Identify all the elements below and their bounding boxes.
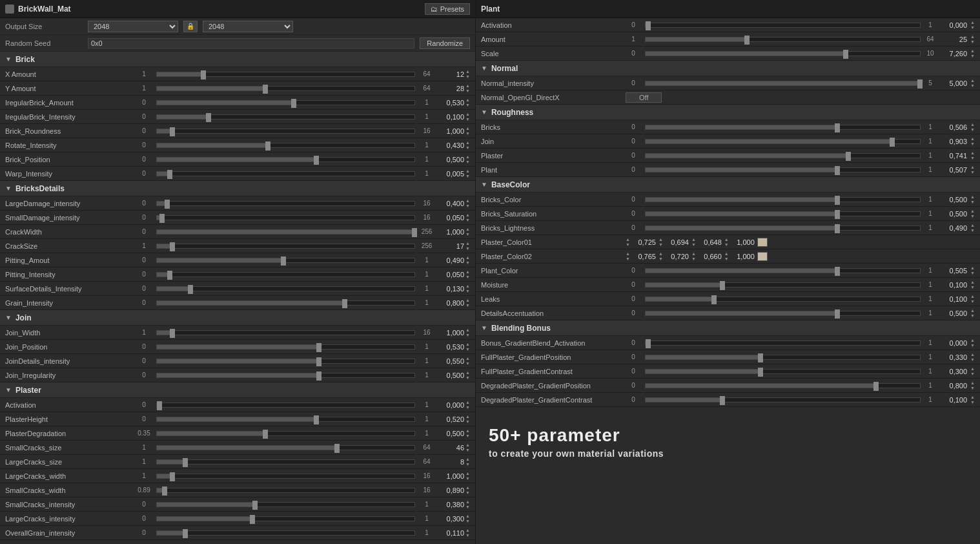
r-slider-track[interactable] xyxy=(645,369,921,374)
r-param-up-arrow[interactable]: ▲ xyxy=(970,165,975,170)
slider-track[interactable] xyxy=(156,229,415,235)
r-param-arrows[interactable]: ▲▼ xyxy=(970,280,975,290)
slider-track[interactable] xyxy=(156,157,415,162)
r-param-up-arrow[interactable]: ▲ xyxy=(970,122,975,127)
param-up-arrow[interactable]: ▲ xyxy=(465,154,470,160)
param-up-arrow[interactable]: ▲ xyxy=(465,370,470,375)
param-down-arrow[interactable]: ▼ xyxy=(465,462,470,467)
section-header-bricks-details[interactable]: ▼BricksDetails xyxy=(0,181,475,196)
r-param-down-arrow[interactable]: ▼ xyxy=(970,39,975,45)
r-slider-track[interactable] xyxy=(645,139,921,144)
param-up-arrow[interactable]: ▲ xyxy=(465,140,470,145)
param-down-arrow[interactable]: ▼ xyxy=(465,519,470,524)
param-arrows[interactable]: ▲▼ xyxy=(465,112,470,122)
param-arrows[interactable]: ▲▼ xyxy=(465,414,470,424)
param-down-arrow[interactable]: ▼ xyxy=(465,375,470,381)
r-param-arrows[interactable]: ▲▼ xyxy=(970,136,975,147)
param-up-arrow[interactable]: ▲ xyxy=(465,227,470,232)
slider-track[interactable] xyxy=(156,86,415,91)
param-arrows[interactable]: ▲▼ xyxy=(465,269,470,280)
output-size-select2[interactable]: 2048 xyxy=(203,21,293,32)
param-arrows[interactable]: ▲▼ xyxy=(465,443,470,453)
param-arrows[interactable]: ▲▼ xyxy=(465,241,470,251)
param-down-arrow[interactable]: ▼ xyxy=(465,232,470,237)
r-param-down-arrow[interactable]: ▼ xyxy=(970,386,975,391)
param-arrows[interactable]: ▲▼ xyxy=(465,227,470,237)
r-slider-track[interactable] xyxy=(645,211,921,216)
slider-track[interactable] xyxy=(156,445,415,450)
r-param-arrows[interactable]: ▲▼ xyxy=(970,338,975,348)
r-slider-track[interactable] xyxy=(645,297,921,302)
r-section-header-basecolor[interactable]: ▼BaseColor xyxy=(476,177,980,193)
param-arrows[interactable]: ▲▼ xyxy=(465,140,470,151)
param-down-arrow[interactable]: ▼ xyxy=(465,275,470,280)
r-param-down-arrow[interactable]: ▼ xyxy=(970,25,975,30)
r-slider-track[interactable] xyxy=(645,397,921,403)
param-down-arrow[interactable]: ▼ xyxy=(465,117,470,122)
param-arrows[interactable]: ▲▼ xyxy=(465,126,470,136)
r-section-header-blending[interactable]: ▼Blending Bonus xyxy=(476,320,980,336)
r-param-down-arrow[interactable]: ▼ xyxy=(970,141,975,147)
param-down-arrow[interactable]: ▼ xyxy=(465,160,470,165)
r-param-up-arrow[interactable]: ▲ xyxy=(970,78,975,83)
section-header-brick[interactable]: ▼Brick xyxy=(0,52,475,67)
r-param-up-arrow[interactable]: ▲ xyxy=(970,352,975,357)
param-down-arrow[interactable]: ▼ xyxy=(465,490,470,496)
slider-track[interactable] xyxy=(156,373,415,378)
r-param-arrows[interactable]: ▲▼ xyxy=(970,34,975,45)
r-param-up-arrow[interactable]: ▲ xyxy=(970,381,975,386)
r-param-arrows[interactable]: ▲▼ xyxy=(970,294,975,304)
r-param-down-arrow[interactable]: ▼ xyxy=(970,357,975,362)
param-up-arrow[interactable]: ▲ xyxy=(465,499,470,505)
r-slider-track[interactable] xyxy=(645,340,921,346)
r-param-up-arrow[interactable]: ▲ xyxy=(970,266,975,271)
r-param-arrows[interactable]: ▲▼ xyxy=(970,352,975,362)
output-size-select1[interactable]: 2048 xyxy=(88,21,178,32)
param-down-arrow[interactable]: ▼ xyxy=(465,131,470,136)
param-up-arrow[interactable]: ▲ xyxy=(465,213,470,218)
param-up-arrow[interactable]: ▲ xyxy=(465,69,470,74)
r-param-arrows[interactable]: ▲▼ xyxy=(970,366,975,377)
param-up-arrow[interactable]: ▲ xyxy=(465,98,470,103)
slider-track[interactable] xyxy=(156,258,415,263)
param-down-arrow[interactable]: ▼ xyxy=(465,448,470,453)
randomize-button[interactable]: Randomize xyxy=(420,37,470,49)
r-param-down-arrow[interactable]: ▼ xyxy=(970,313,975,319)
param-down-arrow[interactable]: ▼ xyxy=(465,303,470,308)
lock-button[interactable]: 🔒 xyxy=(183,21,198,32)
param-up-arrow[interactable]: ▲ xyxy=(465,514,470,519)
r-param-arrows[interactable]: ▲▼ xyxy=(970,266,975,276)
param-up-arrow[interactable]: ▲ xyxy=(465,255,470,260)
slider-track[interactable] xyxy=(156,171,415,176)
color-up-arrow[interactable]: ▲ xyxy=(724,237,729,242)
r-param-up-arrow[interactable]: ▲ xyxy=(970,34,975,39)
param-up-arrow[interactable]: ▲ xyxy=(465,428,470,434)
param-up-arrow[interactable]: ▲ xyxy=(465,443,470,448)
r-param-up-arrow[interactable]: ▲ xyxy=(970,20,975,25)
param-arrows[interactable]: ▲▼ xyxy=(465,400,470,410)
r-slider-track[interactable] xyxy=(645,383,921,388)
r-param-down-arrow[interactable]: ▼ xyxy=(970,299,975,304)
r-param-down-arrow[interactable]: ▼ xyxy=(970,83,975,89)
slider-track[interactable] xyxy=(156,431,415,436)
r-param-down-arrow[interactable]: ▼ xyxy=(970,54,975,59)
slider-track[interactable] xyxy=(156,359,415,364)
param-up-arrow[interactable]: ▲ xyxy=(465,126,470,131)
slider-track[interactable] xyxy=(156,502,415,507)
r-param-up-arrow[interactable]: ▲ xyxy=(970,223,975,228)
slider-track[interactable] xyxy=(156,272,415,277)
param-arrows[interactable]: ▲▼ xyxy=(465,198,470,209)
off-toggle-button[interactable]: Off xyxy=(626,92,662,103)
r-param-arrows[interactable]: ▲▼ xyxy=(970,151,975,161)
param-arrows[interactable]: ▲▼ xyxy=(465,213,470,223)
param-arrows[interactable]: ▲▼ xyxy=(465,69,470,79)
r-param-up-arrow[interactable]: ▲ xyxy=(970,151,975,156)
param-arrows[interactable]: ▲▼ xyxy=(465,499,470,510)
color-up-arrow[interactable]: ▲ xyxy=(658,251,663,256)
param-down-arrow[interactable]: ▼ xyxy=(465,218,470,223)
slider-track[interactable] xyxy=(156,488,415,493)
r-param-down-arrow[interactable]: ▼ xyxy=(970,228,975,233)
param-arrows[interactable]: ▲▼ xyxy=(465,342,470,352)
r-param-arrows[interactable]: ▲▼ xyxy=(970,194,975,205)
color-up-arrow[interactable]: ▲ xyxy=(626,251,630,256)
